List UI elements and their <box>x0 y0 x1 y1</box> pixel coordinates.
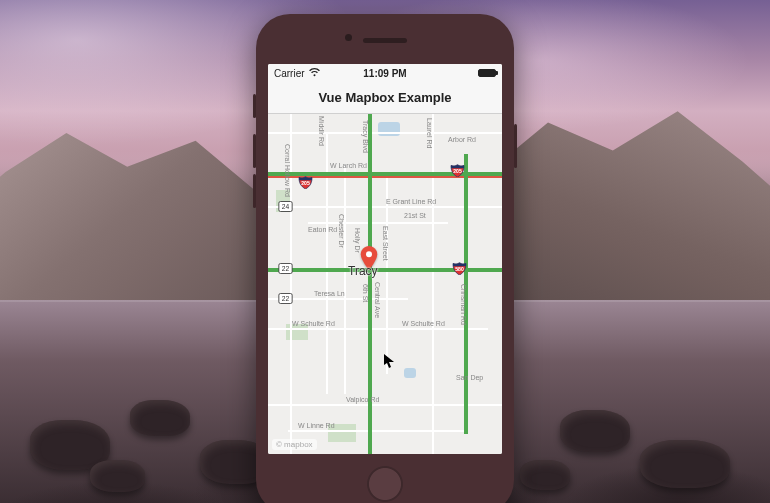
road-label: W Linne Rd <box>298 422 335 429</box>
road-label: Middlr Rd <box>318 116 325 146</box>
road-label: Teresa Ln <box>314 290 345 297</box>
home-button[interactable] <box>365 464 405 503</box>
map-road <box>268 328 488 330</box>
road-label: Corral Hollow Rd <box>284 144 291 197</box>
map-canvas[interactable]: Corral Hollow Rd W Larch Rd Tracy Blvd E… <box>268 114 502 454</box>
earpiece-speaker <box>363 38 407 43</box>
status-bar: Carrier 11:09 PM <box>268 64 502 82</box>
page-title: Vue Mapbox Example <box>318 90 451 105</box>
road-label: Valpico Rd <box>346 396 379 403</box>
map-road <box>308 222 448 224</box>
road-label: East Street <box>382 226 389 261</box>
state-route-shield-icon: 22 <box>278 262 293 275</box>
power-button[interactable] <box>514 124 517 168</box>
interstate-shield-icon: 580 <box>452 262 467 275</box>
wallpaper-rock <box>560 410 630 452</box>
wifi-icon <box>309 68 320 79</box>
battery-icon <box>478 69 496 77</box>
road-label: Tracy Blvd <box>362 120 369 153</box>
map-road <box>288 430 468 432</box>
map-attribution: © mapbox <box>272 439 317 450</box>
road-label: Eaton Rd <box>308 226 337 233</box>
road-label: E Grant Line Rd <box>386 198 436 205</box>
carrier-label: Carrier <box>274 68 305 79</box>
map-road <box>432 114 434 454</box>
wallpaper-rock <box>520 460 570 490</box>
wallpaper-rock <box>640 440 730 488</box>
svg-text:205: 205 <box>301 180 310 186</box>
wallpaper-rock <box>90 460 145 492</box>
road-label: Arbor Rd <box>448 136 476 143</box>
map-road <box>268 132 502 134</box>
road-label: W Schulte Rd <box>402 320 445 327</box>
cursor-icon <box>384 354 394 368</box>
front-camera <box>345 34 352 41</box>
svg-text:24: 24 <box>282 203 290 210</box>
road-label: San Dep <box>456 374 483 381</box>
svg-text:22: 22 <box>282 265 290 272</box>
phone-device-frame: Carrier 11:09 PM Vue Mapbox Example <box>256 14 514 503</box>
road-label: Laurel Rd <box>426 118 433 148</box>
map-road <box>344 164 346 394</box>
state-route-shield-icon: 24 <box>278 200 293 213</box>
svg-text:205: 205 <box>453 168 462 174</box>
road-label: 21st St <box>404 212 426 219</box>
svg-point-9 <box>366 251 372 257</box>
road-label: Chrisman Rd <box>460 284 467 325</box>
app-navbar: Vue Mapbox Example <box>268 82 502 114</box>
road-label: W Larch Rd <box>330 162 367 169</box>
volume-up-button[interactable] <box>253 134 256 168</box>
map-water <box>404 368 416 378</box>
wallpaper-rock <box>130 400 190 436</box>
road-label: Chester Dr <box>338 214 345 248</box>
interstate-shield-icon: 205 <box>298 176 313 189</box>
volume-down-button[interactable] <box>253 174 256 208</box>
battery-fill <box>479 70 495 76</box>
svg-text:580: 580 <box>455 266 464 272</box>
road-label: W Schulte Rd <box>292 320 335 327</box>
city-label: Tracy <box>348 264 378 278</box>
road-label: Central Ave <box>374 282 381 318</box>
mute-switch[interactable] <box>253 94 256 118</box>
phone-screen: Carrier 11:09 PM Vue Mapbox Example <box>268 64 502 454</box>
state-route-shield-icon: 22 <box>278 292 293 305</box>
interstate-shield-icon: 205 <box>450 164 465 177</box>
road-label: 6th St <box>362 284 369 302</box>
svg-text:22: 22 <box>282 295 290 302</box>
